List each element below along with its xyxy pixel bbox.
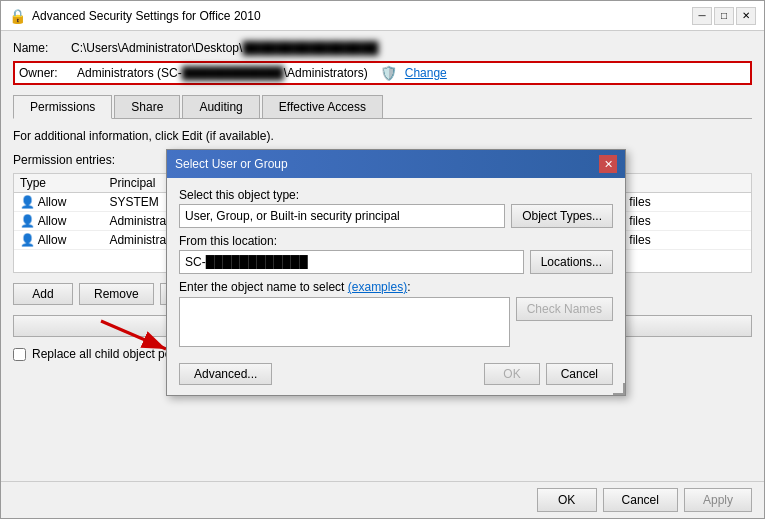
dialog-title: Select User or Group [175, 157, 288, 171]
advanced-button[interactable]: Advanced... [179, 363, 272, 385]
cancel-button[interactable]: Cancel [603, 488, 678, 512]
owner-row: Owner: Administrators (SC-████████████\A… [13, 61, 752, 85]
remove-button[interactable]: Remove [79, 283, 154, 305]
main-window: 🔒 Advanced Security Settings for Office … [0, 0, 765, 519]
examples-link[interactable]: (examples) [348, 280, 407, 294]
name-label: Name: [13, 41, 63, 55]
name-row: Name: C:\Users\Administrator\Desktop\███… [13, 41, 752, 55]
col-type: Type [14, 174, 103, 193]
location-input[interactable] [179, 250, 524, 274]
dialog-content: Select this object type: Object Types...… [167, 178, 625, 357]
perm-icon-allow2: 👤 [20, 214, 35, 228]
name-value: C:\Users\Administrator\Desktop\█████████… [71, 41, 378, 55]
title-bar: 🔒 Advanced Security Settings for Office … [1, 1, 764, 31]
location-section: From this location: Locations... [179, 234, 613, 274]
change-link[interactable]: Change [405, 66, 447, 80]
locations-button[interactable]: Locations... [530, 250, 613, 274]
dialog-cancel-button[interactable]: Cancel [546, 363, 613, 385]
check-names-button[interactable]: Check Names [516, 297, 613, 321]
window-title: Advanced Security Settings for Office 20… [32, 9, 261, 23]
close-button[interactable]: ✕ [736, 7, 756, 25]
object-type-label: Select this object type: [179, 188, 613, 202]
window-icon: 🔒 [9, 8, 26, 24]
object-type-input[interactable] [179, 204, 505, 228]
select-user-dialog: Select User or Group ✕ Select this objec… [166, 149, 626, 396]
apply-button[interactable]: Apply [684, 488, 752, 512]
object-types-button[interactable]: Object Types... [511, 204, 613, 228]
perm-icon-allow3: 👤 [20, 233, 35, 247]
object-name-label: Enter the object name to select (example… [179, 280, 613, 294]
tab-permissions[interactable]: Permissions [13, 95, 112, 119]
location-label: From this location: [179, 234, 613, 248]
ok-button[interactable]: OK [537, 488, 597, 512]
dialog-title-bar: Select User or Group ✕ [167, 150, 625, 178]
dialog-footer: Advanced... OK Cancel [167, 357, 625, 395]
action-buttons: OK Cancel Apply [1, 481, 764, 518]
replace-checkbox[interactable] [13, 348, 26, 361]
dialog-ok-button[interactable]: OK [484, 363, 539, 385]
shield-icon: 🛡️ [380, 65, 397, 81]
owner-value: Administrators (SC-████████████\Administ… [77, 66, 368, 80]
permission-info: For additional information, click Edit (… [13, 129, 752, 143]
add-button[interactable]: Add [13, 283, 73, 305]
tabs: Permissions Share Auditing Effective Acc… [13, 95, 752, 119]
perm-icon-allow: 👤 [20, 195, 35, 209]
resize-handle[interactable] [613, 383, 625, 395]
object-name-section: Enter the object name to select (example… [179, 280, 613, 347]
tab-effective-access[interactable]: Effective Access [262, 95, 383, 118]
minimize-button[interactable]: ─ [692, 7, 712, 25]
maximize-button[interactable]: □ [714, 7, 734, 25]
object-type-section: Select this object type: Object Types... [179, 188, 613, 228]
tab-share[interactable]: Share [114, 95, 180, 118]
object-name-textarea[interactable] [179, 297, 510, 347]
dialog-close-button[interactable]: ✕ [599, 155, 617, 173]
tab-auditing[interactable]: Auditing [182, 95, 259, 118]
owner-label: Owner: [19, 66, 69, 80]
